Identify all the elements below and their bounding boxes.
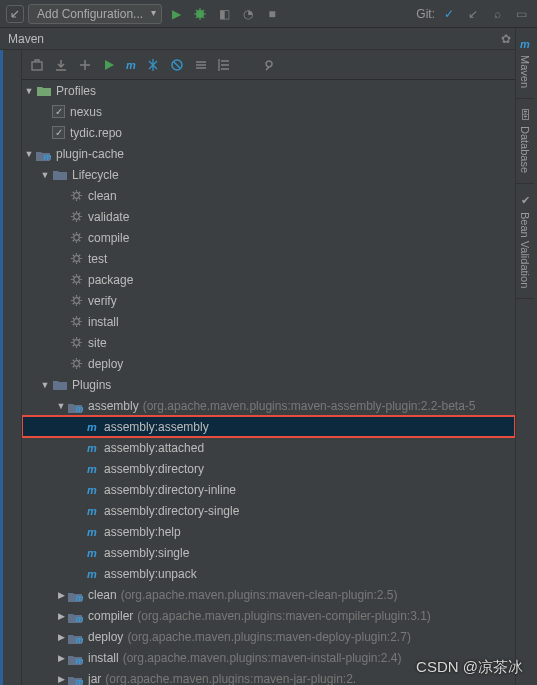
tree-node-plugin[interactable]: ▶mcompiler(org.apache.maven.plugins:mave… — [22, 605, 515, 626]
gear-icon — [68, 209, 84, 225]
node-sublabel: (org.apache.maven.plugins:maven-clean-pl… — [121, 588, 398, 602]
svg-point-8 — [73, 298, 79, 304]
node-label: assembly:help — [104, 525, 181, 539]
tree-node-plugin-goal[interactable]: ▶massembly:help — [22, 521, 515, 542]
tree-node-lifecycle-phase[interactable]: ▶clean — [22, 185, 515, 206]
tree-node-plugin-goal[interactable]: ▶massembly:unpack — [22, 563, 515, 584]
gear-icon — [68, 230, 84, 246]
node-label: clean — [88, 588, 117, 602]
node-label: validate — [88, 210, 129, 224]
node-label: assembly — [88, 399, 139, 413]
gear-icon — [68, 335, 84, 351]
side-tab-maven[interactable]: mMaven — [516, 28, 534, 99]
collapse-all-icon[interactable] — [218, 58, 232, 72]
svg-point-9 — [73, 319, 79, 325]
maven-panel-header: Maven ✿ — — [0, 28, 537, 50]
node-label: assembly:attached — [104, 441, 204, 455]
toggle-skip-tests-icon[interactable] — [146, 58, 160, 72]
tree-node-lifecycle-phase[interactable]: ▶install — [22, 311, 515, 332]
right-sidebar: mMaven 🗄Database ✔Bean Validation — [515, 28, 537, 685]
split-editor-button[interactable]: ▭ — [511, 4, 531, 24]
tree-node-plugin-assembly[interactable]: ▼ m assembly (org.apache.maven.plugins:m… — [22, 395, 515, 416]
generate-sources-icon[interactable] — [30, 58, 44, 72]
svg-point-4 — [73, 214, 79, 220]
tree-node-plugin-goal[interactable]: ▶massembly:directory — [22, 458, 515, 479]
tree-node-plugin[interactable]: ▶mdeploy(org.apache.maven.plugins:maven-… — [22, 626, 515, 647]
node-sublabel: (org.apache.maven.plugins:maven-assembly… — [143, 399, 476, 413]
tree-node-lifecycle-phase[interactable]: ▶site — [22, 332, 515, 353]
maven-module-icon: m — [36, 146, 52, 162]
settings-icon[interactable]: ✿ — [501, 32, 511, 46]
tree-node-lifecycle-phase[interactable]: ▶package — [22, 269, 515, 290]
show-dependencies-icon[interactable] — [194, 58, 208, 72]
tree-node-plugin-goal[interactable]: ▶massembly:attached — [22, 437, 515, 458]
tree-node-lifecycle[interactable]: ▼ Lifecycle — [22, 164, 515, 185]
tree-node-plugin-goal[interactable]: ▶massembly:single — [22, 542, 515, 563]
tree-node-plugin-goal[interactable]: ▶massembly:assembly — [22, 416, 515, 437]
nav-back-button[interactable] — [6, 5, 24, 23]
node-label: Profiles — [56, 84, 96, 98]
tree-node-lifecycle-phase[interactable]: ▶validate — [22, 206, 515, 227]
maven-goal-icon: m — [84, 482, 100, 498]
node-sublabel: (org.apache.maven.plugins:maven-jar-plug… — [105, 672, 356, 686]
node-label: assembly:directory-inline — [104, 483, 236, 497]
coverage-button[interactable]: ◧ — [214, 4, 234, 24]
maven-goal-icon: m — [84, 545, 100, 561]
tree-node-lifecycle-phase[interactable]: ▶verify — [22, 290, 515, 311]
side-tab-database[interactable]: 🗄Database — [516, 99, 534, 184]
tree-node-lifecycle-phase[interactable]: ▶deploy — [22, 353, 515, 374]
node-label: test — [88, 252, 107, 266]
side-tab-bean-validation[interactable]: ✔Bean Validation — [516, 184, 534, 299]
svg-point-6 — [73, 256, 79, 262]
node-label: Plugins — [72, 378, 111, 392]
maven-plugin-icon: m — [68, 650, 84, 666]
node-label: Lifecycle — [72, 168, 119, 182]
svg-point-7 — [73, 277, 79, 283]
git-branch-button[interactable]: ↙ — [463, 4, 483, 24]
tree-node-project[interactable]: ▼ m plugin-cache — [22, 143, 515, 164]
maven-goal-icon: m — [84, 440, 100, 456]
tree-node-profile-item[interactable]: ▼ tydic.repo — [22, 122, 515, 143]
tree-node-plugin-goal[interactable]: ▶massembly:directory-inline — [22, 479, 515, 500]
node-label: verify — [88, 294, 117, 308]
node-label: site — [88, 336, 107, 350]
debug-button[interactable] — [190, 4, 210, 24]
maven-settings-icon[interactable] — [264, 58, 278, 72]
toggle-offline-icon[interactable] — [170, 58, 184, 72]
node-label: jar — [88, 672, 101, 686]
run-maven-build-icon[interactable] — [102, 58, 116, 72]
stop-button[interactable]: ■ — [262, 4, 282, 24]
tree-node-profiles[interactable]: ▼ Profiles — [22, 80, 515, 101]
maven-goal-icon: m — [84, 461, 100, 477]
execute-goal-icon[interactable]: m — [126, 59, 136, 71]
search-button[interactable]: ⌕ — [487, 4, 507, 24]
tree-node-plugin-goal[interactable]: ▶massembly:directory-single — [22, 500, 515, 521]
tree-node-lifecycle-phase[interactable]: ▶test — [22, 248, 515, 269]
run-button[interactable]: ▶ — [166, 4, 186, 24]
git-update-button[interactable]: ✓ — [439, 4, 459, 24]
checkbox-icon[interactable] — [52, 105, 65, 118]
left-gutter — [0, 50, 22, 685]
node-label: deploy — [88, 357, 123, 371]
svg-point-11 — [73, 361, 79, 367]
node-label: install — [88, 315, 119, 329]
panel-title: Maven — [8, 32, 44, 46]
node-label: assembly:directory — [104, 462, 204, 476]
checkbox-icon[interactable] — [52, 126, 65, 139]
tree-node-profile-item[interactable]: ▼ nexus — [22, 101, 515, 122]
gear-icon — [68, 272, 84, 288]
run-config-select[interactable]: Add Configuration... — [28, 4, 162, 24]
node-sublabel: (org.apache.maven.plugins:maven-compiler… — [137, 609, 430, 623]
download-sources-icon[interactable] — [54, 58, 68, 72]
gear-icon — [68, 251, 84, 267]
watermark: CSDN @凉茶冰 — [416, 658, 523, 677]
profiler-button[interactable]: ◔ — [238, 4, 258, 24]
ide-top-toolbar: Add Configuration... ▶ ◧ ◔ ■ Git: ✓ ↙ ⌕ … — [0, 0, 537, 28]
tree-node-plugins[interactable]: ▼ Plugins — [22, 374, 515, 395]
maven-tree: ▼ Profiles ▼ nexus ▼ tydic.repo ▼ m plug… — [22, 80, 515, 685]
node-sublabel: (org.apache.maven.plugins:maven-install-… — [123, 651, 402, 665]
maven-plugin-icon: m — [68, 671, 84, 686]
tree-node-plugin[interactable]: ▶mclean(org.apache.maven.plugins:maven-c… — [22, 584, 515, 605]
add-project-icon[interactable] — [78, 58, 92, 72]
tree-node-lifecycle-phase[interactable]: ▶compile — [22, 227, 515, 248]
